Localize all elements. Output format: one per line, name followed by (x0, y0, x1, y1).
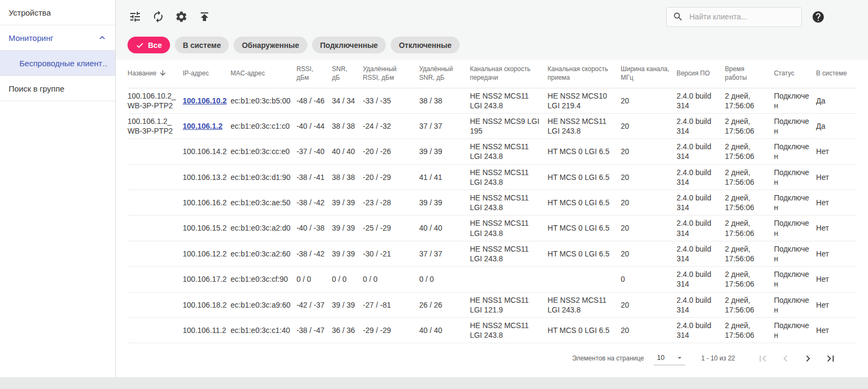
filter-chip[interactable]: Все (128, 37, 170, 53)
settings-button[interactable] (174, 9, 189, 24)
column-header-rssi[interactable]: RSSI, дБм (297, 60, 332, 88)
cell-version: 2.4.0 build 314 (676, 113, 725, 138)
table-row[interactable]: 100.106.11.2ec:b1:e0:3c:c1:40-38 / -4736… (128, 317, 856, 343)
column-header-remote_rssi[interactable]: Удалённый RSSI, дБм (363, 60, 419, 88)
column-header-label: Название (128, 70, 157, 77)
column-header-snr[interactable]: SNR, дБ (332, 60, 363, 88)
column-header-ip[interactable]: IP-адрес (183, 60, 231, 88)
cell-mac: ec:b1:e0:3c:a2:60 (230, 241, 296, 266)
cell-in_system: Да (816, 113, 856, 138)
ip-link[interactable]: 100.106.1.2 (183, 122, 223, 130)
refresh-button[interactable] (151, 9, 166, 24)
table-row[interactable]: 100.106.16.2ec:b1:e0:3c:ae:50-38 / -4239… (128, 190, 856, 216)
cell-remote_snr: 26 / 26 (419, 292, 470, 317)
cell-uptime: 2 дней, 17:56:06 (725, 88, 774, 113)
column-header-status[interactable]: Статус (774, 60, 816, 88)
filter-chip[interactable]: Обнаруженные (234, 37, 307, 53)
cell-ip: 100.106.16.2 (183, 190, 231, 216)
last-page-button[interactable] (823, 351, 838, 366)
cell-name (128, 267, 183, 292)
table-row[interactable]: 100.106.12.2ec:b1:e0:3c:a2:60-38 / -4239… (128, 241, 856, 266)
filter-chip[interactable]: Отключенные (391, 37, 460, 53)
cell-remote_rssi: -20 / -29 (363, 164, 419, 190)
table-row[interactable]: 100.106.1.2_WB-3P-PTP2100.106.1.2ec:b1:e… (128, 113, 856, 138)
chevron-left-icon (779, 352, 792, 365)
cell-name: 100.106.10.2_WB-3P-PTP2 (128, 88, 183, 113)
table-row[interactable]: 100.106.14.2ec:b1:e0:3c:cc:e0-37 / -4040… (128, 139, 856, 164)
table-row[interactable]: 100.106.13.2ec:b1:e0:3c:d1:90-38 / -4138… (128, 164, 856, 190)
cell-snr: 39 / 39 (332, 241, 363, 266)
first-page-button[interactable] (756, 351, 770, 366)
help-button[interactable] (810, 9, 826, 25)
table-body: 100.106.10.2_WB-3P-PTP2100.106.10.2ec:b1… (128, 88, 856, 343)
upload-button[interactable] (197, 9, 212, 24)
cell-in_system: Нет (816, 216, 856, 241)
column-header-name[interactable]: Название (128, 60, 183, 88)
cell-in_system: Нет (816, 317, 856, 343)
column-header-in_system[interactable]: В системе (816, 60, 856, 88)
cell-status: Подключен (774, 317, 816, 343)
gear-icon (175, 10, 188, 23)
cell-in_system: Да (816, 88, 856, 113)
cell-remote_rssi: -30 / -21 (363, 241, 419, 266)
filter-chip[interactable]: Подключенные (312, 37, 386, 53)
ip-link[interactable]: 100.106.10.2 (183, 96, 227, 105)
table-row[interactable]: 100.106.15.2ec:b1:e0:3c:a2:d0-40 / -3839… (128, 216, 856, 241)
cell-mac: ec:b1:e0:3c:c1:c0 (230, 113, 296, 138)
column-header-remote_snr[interactable]: Удалённый SNR, дБ (419, 60, 470, 88)
previous-page-button[interactable] (778, 351, 793, 366)
cell-mac: ec:b1:e0:3c:b5:00 (230, 88, 296, 113)
cell-uptime: 2 дней, 17:56:06 (725, 190, 774, 216)
cell-mac: ec:b1:e0:3c:a2:d0 (230, 216, 296, 241)
column-header-channel_width[interactable]: Ширина канала, МГц (621, 60, 677, 88)
filter-chip-label: Обнаруженные (242, 41, 299, 50)
cell-rx_rate: HE NSS2 MCS10 LGI 219.4 (548, 88, 621, 113)
filter-settings-button[interactable] (128, 9, 143, 24)
cell-status: Подключен (774, 292, 816, 317)
cell-remote_snr: 37 / 37 (419, 113, 470, 138)
cell-mac: ec:b1:e0:3c:ae:50 (230, 190, 296, 216)
next-page-button[interactable] (801, 351, 815, 366)
cell-tx_rate: HE NSS2 MCS11 LGI 243.8 (470, 190, 547, 216)
filter-chip-label: Отключенные (399, 41, 451, 50)
cell-remote_snr: 38 / 38 (419, 88, 470, 113)
pagination-nav (756, 351, 838, 366)
sidebar-item-label: Поиск в группе (9, 84, 65, 93)
cell-channel_width: 20 (621, 216, 677, 241)
sidebar-item-wireless-clients[interactable]: Беспроводные клиент… (0, 51, 115, 76)
cell-tx_rate: HE NSS1 MCS11 LGI 121.9 (470, 292, 547, 317)
filter-chip-label: В системе (183, 41, 221, 50)
sidebar-item-devices[interactable]: Устройства (0, 0, 115, 25)
items-per-page-select[interactable]: 10 (654, 352, 685, 365)
cell-tx_rate: HE NSS2 MCS11 LGI 243.8 (470, 139, 547, 164)
cell-version: 2.4.0 build 314 (676, 216, 725, 241)
cell-ip: 100.106.12.2 (183, 241, 231, 266)
column-header-label: Версия ПО (676, 70, 710, 77)
cell-name (128, 317, 183, 343)
column-header-label: В системе (816, 70, 847, 77)
cell-tx_rate: HE NSS2 MCS11 LGI 243.8 (470, 88, 547, 113)
search-input[interactable] (688, 12, 795, 22)
cell-ip: 100.106.14.2 (183, 139, 231, 164)
sidebar-item-group-search[interactable]: Поиск в группе (0, 76, 115, 101)
column-header-tx_rate[interactable]: Канальная скорость передачи (470, 60, 547, 88)
filter-chip[interactable]: В системе (175, 37, 229, 53)
cell-mac: ec:b1:e0:3c:cc:e0 (230, 139, 296, 164)
sidebar-item-monitoring[interactable]: Мониторинг (0, 25, 115, 51)
column-header-version[interactable]: Версия ПО (676, 60, 725, 88)
cell-version: 2.4.0 build 314 (676, 241, 725, 266)
cell-rssi: -40 / -44 (297, 113, 332, 138)
cell-name (128, 216, 183, 241)
cell-in_system: Нет (816, 241, 856, 266)
cell-rssi: -48 / -46 (297, 88, 332, 113)
table-row[interactable]: 100.106.10.2_WB-3P-PTP2100.106.10.2ec:b1… (128, 88, 856, 113)
column-header-mac[interactable]: MAC-адрес (230, 60, 296, 88)
table-row[interactable]: 100.106.18.2ec:b1:e0:3c:a9:60-42 / -3739… (128, 292, 856, 317)
cell-rssi: -40 / -38 (297, 216, 332, 241)
cell-remote_rssi: 0 / 0 (363, 267, 419, 292)
table-row[interactable]: 100.106.17.2ec:b1:e0:3c:cf:900 / 00 / 00… (128, 267, 856, 292)
column-header-rx_rate[interactable]: Канальная скорость приема (548, 60, 621, 88)
cell-snr: 38 / 38 (332, 164, 363, 190)
cell-remote_snr: 0 / 0 (419, 267, 470, 292)
column-header-uptime[interactable]: Время работы (725, 60, 774, 88)
